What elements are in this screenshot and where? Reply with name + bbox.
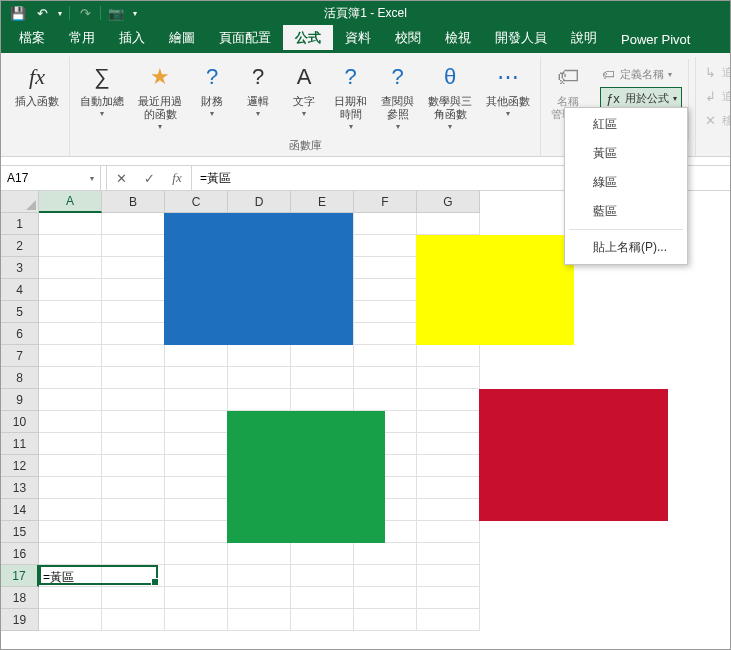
row-header-15[interactable]: 15 bbox=[1, 521, 39, 543]
cell-B5[interactable] bbox=[102, 301, 165, 323]
col-header-C[interactable]: C bbox=[165, 191, 228, 213]
cell-G15[interactable] bbox=[417, 521, 480, 543]
tab-review[interactable]: 校閱 bbox=[383, 24, 433, 53]
cell-C13[interactable] bbox=[165, 477, 228, 499]
row-header-18[interactable]: 18 bbox=[1, 587, 39, 609]
remove-arrows-button[interactable]: ✕移 bbox=[702, 109, 731, 131]
cell-C8[interactable] bbox=[165, 367, 228, 389]
redo-button[interactable]: ↷ bbox=[74, 3, 96, 23]
cell-C14[interactable] bbox=[165, 499, 228, 521]
dropdown-item-blue[interactable]: 藍區 bbox=[565, 197, 687, 226]
autosum-button[interactable]: ∑自動加總▾ bbox=[76, 59, 128, 136]
insert-function-button[interactable]: fx 插入函數 bbox=[11, 59, 63, 141]
cell-A19[interactable] bbox=[39, 609, 102, 631]
tab-developer[interactable]: 開發人員 bbox=[483, 24, 559, 53]
cell-D8[interactable] bbox=[228, 367, 291, 389]
dropdown-item-green[interactable]: 綠區 bbox=[565, 168, 687, 197]
use-in-formula-button[interactable]: ƒx用於公式 ▾ bbox=[600, 87, 682, 109]
tab-file[interactable]: 檔案 bbox=[7, 24, 57, 53]
shape-yellow[interactable] bbox=[416, 235, 574, 345]
cell-G8[interactable] bbox=[417, 367, 480, 389]
cell-E17[interactable] bbox=[291, 565, 354, 587]
cell-F4[interactable] bbox=[354, 279, 417, 301]
financial-button[interactable]: ?財務▾ bbox=[192, 59, 232, 136]
cell-F1[interactable] bbox=[354, 213, 417, 235]
tab-powerpivot[interactable]: Power Pivot bbox=[609, 27, 702, 53]
row-header-6[interactable]: 6 bbox=[1, 323, 39, 345]
text-button[interactable]: A文字▾ bbox=[284, 59, 324, 136]
row-header-4[interactable]: 4 bbox=[1, 279, 39, 301]
row-header-17[interactable]: 17 bbox=[1, 565, 39, 587]
cell-A13[interactable] bbox=[39, 477, 102, 499]
cell-G1[interactable] bbox=[417, 213, 480, 235]
cell-B2[interactable] bbox=[102, 235, 165, 257]
logical-button[interactable]: ?邏輯▾ bbox=[238, 59, 278, 136]
cell-C10[interactable] bbox=[165, 411, 228, 433]
cell-G7[interactable] bbox=[417, 345, 480, 367]
tab-view[interactable]: 檢視 bbox=[433, 24, 483, 53]
cell-A2[interactable] bbox=[39, 235, 102, 257]
cell-B4[interactable] bbox=[102, 279, 165, 301]
tab-data[interactable]: 資料 bbox=[333, 24, 383, 53]
save-button[interactable]: 💾 bbox=[7, 3, 29, 23]
cell-A9[interactable] bbox=[39, 389, 102, 411]
lookup-button[interactable]: ?查閱與 參照▾ bbox=[377, 59, 418, 136]
col-header-F[interactable]: F bbox=[354, 191, 417, 213]
qat-customize[interactable]: ▾ bbox=[129, 3, 141, 23]
cell-G10[interactable] bbox=[417, 411, 480, 433]
row-header-19[interactable]: 19 bbox=[1, 609, 39, 631]
cell-C11[interactable] bbox=[165, 433, 228, 455]
cell-B1[interactable] bbox=[102, 213, 165, 235]
cell-B15[interactable] bbox=[102, 521, 165, 543]
name-box[interactable]: A17▾ bbox=[1, 166, 101, 190]
cell-C9[interactable] bbox=[165, 389, 228, 411]
cell-A10[interactable] bbox=[39, 411, 102, 433]
cell-F8[interactable] bbox=[354, 367, 417, 389]
cell-E18[interactable] bbox=[291, 587, 354, 609]
cell-A8[interactable] bbox=[39, 367, 102, 389]
cell-G11[interactable] bbox=[417, 433, 480, 455]
cell-D9[interactable] bbox=[228, 389, 291, 411]
cell-B17[interactable] bbox=[102, 565, 165, 587]
cell-E16[interactable] bbox=[291, 543, 354, 565]
row-header-14[interactable]: 14 bbox=[1, 499, 39, 521]
cell-G9[interactable] bbox=[417, 389, 480, 411]
cell-B7[interactable] bbox=[102, 345, 165, 367]
cell-F16[interactable] bbox=[354, 543, 417, 565]
cell-F3[interactable] bbox=[354, 257, 417, 279]
recent-functions-button[interactable]: ★最近用過 的函數▾ bbox=[134, 59, 186, 136]
cell-E8[interactable] bbox=[291, 367, 354, 389]
row-header-13[interactable]: 13 bbox=[1, 477, 39, 499]
cell-A15[interactable] bbox=[39, 521, 102, 543]
tab-home[interactable]: 常用 bbox=[57, 24, 107, 53]
trace-dependents-button[interactable]: ↲追 bbox=[702, 85, 731, 107]
row-header-5[interactable]: 5 bbox=[1, 301, 39, 323]
shape-red[interactable] bbox=[479, 389, 668, 521]
camera-button[interactable]: 📷 bbox=[105, 3, 127, 23]
cell-A4[interactable] bbox=[39, 279, 102, 301]
cell-D18[interactable] bbox=[228, 587, 291, 609]
cell-B16[interactable] bbox=[102, 543, 165, 565]
row-header-10[interactable]: 10 bbox=[1, 411, 39, 433]
cell-F7[interactable] bbox=[354, 345, 417, 367]
datetime-button[interactable]: ?日期和 時間▾ bbox=[330, 59, 371, 136]
cell-A12[interactable] bbox=[39, 455, 102, 477]
row-header-2[interactable]: 2 bbox=[1, 235, 39, 257]
cell-C15[interactable] bbox=[165, 521, 228, 543]
cell-F17[interactable] bbox=[354, 565, 417, 587]
cell-A3[interactable] bbox=[39, 257, 102, 279]
undo-dropdown[interactable]: ▾ bbox=[55, 3, 65, 23]
cell-A5[interactable] bbox=[39, 301, 102, 323]
cell-F9[interactable] bbox=[354, 389, 417, 411]
cell-F18[interactable] bbox=[354, 587, 417, 609]
cell-A1[interactable] bbox=[39, 213, 102, 235]
cell-B3[interactable] bbox=[102, 257, 165, 279]
cell-D7[interactable] bbox=[228, 345, 291, 367]
dropdown-paste-names[interactable]: 貼上名稱(P)... bbox=[565, 233, 687, 262]
cell-D16[interactable] bbox=[228, 543, 291, 565]
tab-draw[interactable]: 繪圖 bbox=[157, 24, 207, 53]
row-header-16[interactable]: 16 bbox=[1, 543, 39, 565]
cell-B6[interactable] bbox=[102, 323, 165, 345]
cell-C19[interactable] bbox=[165, 609, 228, 631]
cell-B10[interactable] bbox=[102, 411, 165, 433]
